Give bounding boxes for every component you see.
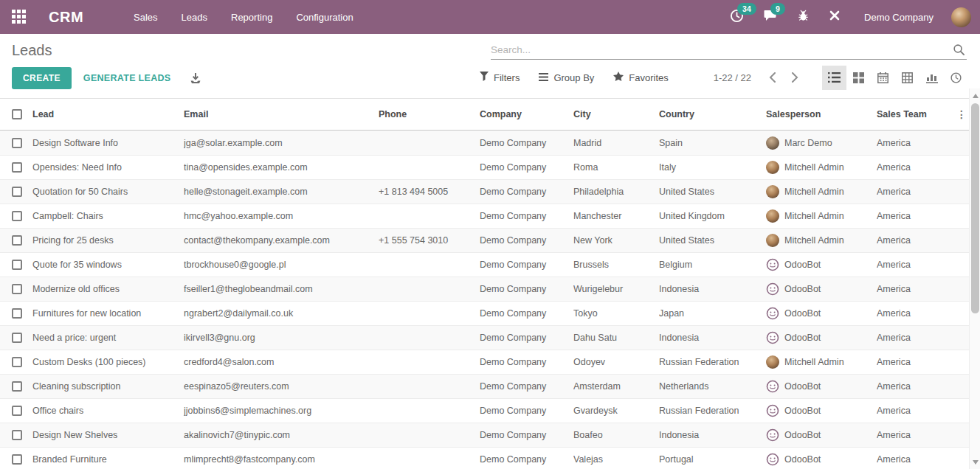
row-checkbox[interactable] (12, 235, 22, 246)
menu-leads[interactable]: Leads (173, 7, 216, 27)
create-button[interactable]: CREATE (12, 67, 72, 89)
country-cell: United Kingdom (659, 211, 766, 221)
table-row[interactable]: Cleaning subscription eespinazo5@reuters… (0, 374, 969, 398)
row-checkbox[interactable] (12, 454, 22, 465)
table-row[interactable]: Design Software Info jga@solar.example.c… (0, 131, 969, 155)
pager-next-button[interactable] (784, 69, 806, 86)
view-pivot-button[interactable] (895, 66, 919, 90)
company-cell: Demo Company (480, 333, 573, 343)
optional-columns-icon[interactable]: ⋮ (954, 108, 969, 120)
view-kanban-button[interactable] (846, 66, 871, 90)
apps-menu-icon[interactable] (12, 10, 27, 24)
header-lead[interactable]: Lead (32, 109, 184, 119)
table-row[interactable]: Quotation for 50 Chairs helle@stonageit.… (0, 179, 969, 204)
salesperson-cell: Marc Demo (766, 136, 877, 150)
table-row[interactable]: Quote for 35 windows tbrockhouse0@google… (0, 252, 969, 277)
table-row[interactable]: Campbell: Chairs hmc@yahoo.example.com D… (0, 204, 969, 228)
group-by-button[interactable]: Group By (539, 72, 594, 83)
email-cell: tina@opensides.example.com (184, 162, 379, 173)
row-checkbox[interactable] (12, 406, 22, 416)
lead-cell: Furnitures for new location (32, 308, 184, 319)
pager-range: 1-22 / 22 (714, 72, 751, 83)
table-row[interactable]: Furnitures for new location ngrabert2@da… (0, 301, 969, 325)
generate-leads-button[interactable]: GENERATE LEADS (83, 73, 171, 83)
row-checkbox[interactable] (12, 138, 22, 148)
scrollbar-thumb[interactable] (971, 103, 979, 313)
salesperson-cell: OdooBot (766, 380, 877, 393)
header-company[interactable]: Company (480, 109, 573, 119)
table-header-row: Lead Email Phone Company City Country Sa… (0, 99, 969, 131)
row-checkbox[interactable] (12, 357, 22, 367)
row-checkbox[interactable] (12, 333, 22, 343)
table-row[interactable]: Need a price: urgent ikirvell3@gnu.org D… (0, 325, 969, 350)
scrollbar-up-arrow[interactable] (970, 90, 980, 101)
breadcrumb[interactable]: Leads (12, 42, 52, 59)
row-checkbox[interactable] (12, 187, 22, 197)
row-checkbox[interactable] (12, 162, 22, 173)
phone-cell: +1 555 754 3010 (379, 235, 480, 246)
view-activity-button[interactable] (944, 66, 968, 90)
header-sales-team[interactable]: Sales Team (877, 109, 954, 119)
search-input[interactable] (491, 41, 967, 59)
row-checkbox[interactable] (12, 308, 22, 319)
company-cell: Demo Company (480, 187, 573, 197)
lead-cell: Pricing for 25 desks (32, 235, 184, 246)
salesperson-avatar (766, 307, 779, 320)
lead-cell: Quotation for 50 Chairs (32, 187, 184, 197)
lead-cell: Design New Shelves (32, 430, 184, 440)
table-row[interactable]: Design New Shelves akalinovich7@tinypic.… (0, 423, 969, 447)
menu-configuration[interactable]: Configuration (287, 7, 362, 27)
company-switcher[interactable]: Demo Company (864, 12, 934, 23)
activities-button[interactable]: 34 (730, 9, 744, 26)
table-row[interactable]: Branded Furniture mlimprecht8@fastcompan… (0, 447, 969, 469)
pager-previous-button[interactable] (762, 69, 784, 86)
company-cell: Demo Company (480, 308, 573, 319)
crossed-tools-icon (829, 10, 841, 24)
sales-team-cell: America (877, 406, 954, 416)
export-download-icon[interactable] (190, 72, 201, 84)
row-checkbox[interactable] (12, 211, 22, 221)
header-phone[interactable]: Phone (379, 109, 480, 119)
filters-button[interactable]: Filters (480, 72, 520, 83)
table-row[interactable]: Custom Desks (100 pieces) credford4@salo… (0, 350, 969, 374)
header-city[interactable]: City (573, 109, 659, 119)
favorites-button[interactable]: Favorites (613, 72, 668, 83)
filters-label: Filters (494, 72, 520, 83)
view-calendar-button[interactable] (871, 66, 895, 90)
city-cell: Tokyo (573, 308, 659, 319)
salesperson-name: Mitchell Admin (784, 211, 844, 221)
city-cell: Boafeo (573, 430, 659, 440)
view-list-button[interactable] (822, 66, 846, 90)
messages-button[interactable]: 9 (763, 9, 778, 25)
user-avatar[interactable] (951, 7, 971, 27)
menu-reporting[interactable]: Reporting (222, 7, 281, 27)
select-all-checkbox[interactable] (12, 109, 22, 119)
menu-sales[interactable]: Sales (125, 7, 167, 27)
table-row[interactable]: Modernize old offices fseiller1@theglobe… (0, 277, 969, 301)
table-row[interactable]: Opensides: Need Info tina@opensides.exam… (0, 155, 969, 179)
salesperson-cell: OdooBot (766, 428, 877, 442)
header-email[interactable]: Email (184, 109, 379, 119)
view-graph-button[interactable] (919, 66, 944, 90)
table-row[interactable]: Office chairs jjobbins6@simplemachines.o… (0, 398, 969, 423)
row-checkbox[interactable] (12, 430, 22, 440)
debug-bug-button[interactable] (797, 10, 810, 25)
salesperson-cell: OdooBot (766, 453, 877, 466)
lead-cell: Design Software Info (32, 138, 184, 148)
table-row[interactable]: Pricing for 25 desks contact@thekompany.… (0, 228, 969, 252)
city-cell: Brussels (573, 260, 659, 270)
search-icon[interactable] (953, 44, 965, 59)
header-salesperson[interactable]: Salesperson (766, 109, 877, 119)
row-checkbox[interactable] (12, 284, 22, 294)
header-country[interactable]: Country (659, 109, 766, 119)
salesperson-avatar (766, 209, 779, 223)
scrollbar-down-arrow[interactable] (970, 456, 980, 468)
tools-close-button[interactable] (829, 10, 841, 24)
vertical-scrollbar[interactable] (969, 88, 980, 469)
row-checkbox[interactable] (12, 260, 22, 270)
filter-funnel-icon (480, 72, 489, 83)
company-cell: Demo Company (480, 235, 573, 246)
company-cell: Demo Company (480, 406, 573, 416)
crm-app-window: CRM Sales Leads Reporting Configuration … (0, 0, 980, 469)
row-checkbox[interactable] (12, 381, 22, 392)
